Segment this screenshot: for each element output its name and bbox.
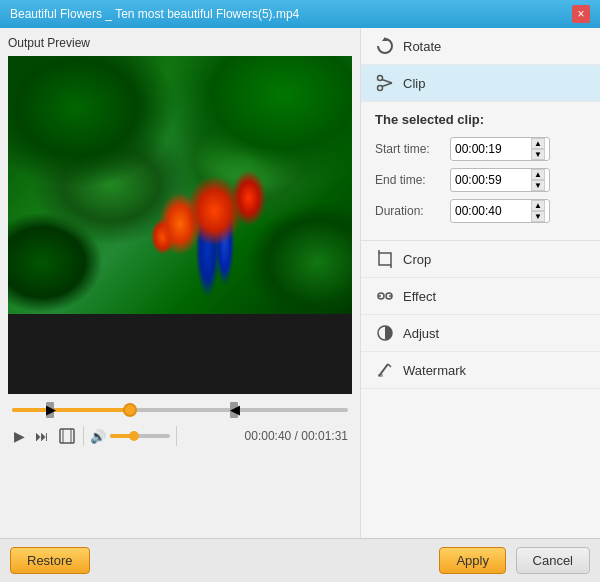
- step-forward-button[interactable]: ⏭: [33, 426, 51, 446]
- tool-crop[interactable]: Crop: [361, 241, 600, 278]
- start-time-label: Start time:: [375, 142, 450, 156]
- watermark-icon: [375, 360, 395, 380]
- close-button[interactable]: ×: [572, 5, 590, 23]
- adjust-label: Adjust: [403, 326, 439, 341]
- start-time-down[interactable]: ▼: [531, 149, 545, 160]
- main-content: Output Preview ▶ ◀ ▶ ⏭: [0, 28, 600, 538]
- tool-rotate[interactable]: Rotate: [361, 28, 600, 65]
- tool-clip[interactable]: Clip: [361, 65, 600, 102]
- restore-button[interactable]: Restore: [10, 547, 90, 574]
- end-time-spinner[interactable]: ▲ ▼: [531, 169, 545, 191]
- start-time-value: 00:00:19: [455, 142, 529, 156]
- time-display: 00:00:40 / 00:01:31: [245, 429, 348, 443]
- action-buttons: Apply Cancel: [439, 547, 590, 574]
- duration-value: 00:00:40: [455, 204, 529, 218]
- timeline-filled: [12, 408, 130, 412]
- end-time-input[interactable]: 00:00:59 ▲ ▼: [450, 168, 550, 192]
- control-separator: [83, 426, 84, 446]
- clip-scissors-icon: [375, 73, 395, 93]
- end-time-value: 00:00:59: [455, 173, 529, 187]
- effect-icon: [375, 286, 395, 306]
- svg-line-17: [388, 364, 391, 367]
- svg-line-6: [382, 80, 392, 84]
- volume-thumb[interactable]: [129, 431, 139, 441]
- end-time-field: End time: 00:00:59 ▲ ▼: [375, 168, 586, 192]
- timeline-bar[interactable]: ▶ ◀: [12, 400, 348, 420]
- svg-line-7: [382, 83, 392, 87]
- timeline-thumb[interactable]: [123, 403, 137, 417]
- duration-down[interactable]: ▼: [531, 211, 545, 222]
- range-right-handle[interactable]: ◀: [230, 402, 238, 418]
- start-time-input[interactable]: 00:00:19 ▲ ▼: [450, 137, 550, 161]
- control-separator-2: [176, 426, 177, 446]
- rotate-label: Rotate: [403, 39, 441, 54]
- end-time-label: End time:: [375, 173, 450, 187]
- window-title: Beautiful Flowers _ Ten most beautiful F…: [10, 7, 299, 21]
- left-panel: Output Preview ▶ ◀ ▶ ⏭: [0, 28, 360, 538]
- tool-watermark[interactable]: Watermark: [361, 352, 600, 389]
- duration-up[interactable]: ▲: [531, 200, 545, 211]
- right-panel-spacer: [361, 389, 600, 538]
- svg-point-5: [378, 86, 383, 91]
- clip-icon: [59, 428, 75, 444]
- svg-rect-18: [378, 374, 383, 377]
- range-left-handle[interactable]: ▶: [46, 402, 54, 418]
- duration-field: Duration: 00:00:40 ▲ ▼: [375, 199, 586, 223]
- start-time-up[interactable]: ▲: [531, 138, 545, 149]
- duration-input[interactable]: 00:00:40 ▲ ▼: [450, 199, 550, 223]
- duration-spinner[interactable]: ▲ ▼: [531, 200, 545, 222]
- end-time-down[interactable]: ▼: [531, 180, 545, 191]
- adjust-icon: [375, 323, 395, 343]
- main-window: Beautiful Flowers _ Ten most beautiful F…: [0, 0, 600, 582]
- volume-icon: 🔊: [90, 429, 106, 444]
- video-preview: [8, 56, 352, 314]
- tool-adjust[interactable]: Adjust: [361, 315, 600, 352]
- svg-rect-8: [379, 253, 391, 265]
- clip-section-title: The selected clip:: [375, 112, 586, 127]
- video-frame: [8, 56, 352, 314]
- start-time-spinner[interactable]: ▲ ▼: [531, 138, 545, 160]
- crop-label: Crop: [403, 252, 431, 267]
- effect-label: Effect: [403, 289, 436, 304]
- title-bar: Beautiful Flowers _ Ten most beautiful F…: [0, 0, 600, 28]
- crop-icon: [375, 249, 395, 269]
- clip-label: Clip: [403, 76, 425, 91]
- right-panel: Rotate Clip The selected clip:: [360, 28, 600, 538]
- end-time-up[interactable]: ▲: [531, 169, 545, 180]
- duration-label: Duration:: [375, 204, 450, 218]
- volume-control: 🔊: [90, 429, 170, 444]
- output-preview-label: Output Preview: [8, 36, 352, 50]
- play-button[interactable]: ▶: [12, 426, 27, 446]
- bottom-bar: Restore Apply Cancel: [0, 538, 600, 582]
- svg-point-4: [378, 76, 383, 81]
- tool-effect[interactable]: Effect: [361, 278, 600, 315]
- controls-row: ▶ ⏭ 🔊: [8, 424, 352, 448]
- svg-rect-0: [60, 429, 74, 443]
- apply-button[interactable]: Apply: [439, 547, 506, 574]
- timeline-section: ▶ ◀ ▶ ⏭: [8, 394, 352, 452]
- rotate-icon: [375, 36, 395, 56]
- clip-button[interactable]: [57, 426, 77, 446]
- volume-track[interactable]: [110, 434, 170, 438]
- start-time-field: Start time: 00:00:19 ▲ ▼: [375, 137, 586, 161]
- cancel-button[interactable]: Cancel: [516, 547, 590, 574]
- black-area: [8, 314, 352, 394]
- clip-section: The selected clip: Start time: 00:00:19 …: [361, 102, 600, 241]
- watermark-label: Watermark: [403, 363, 466, 378]
